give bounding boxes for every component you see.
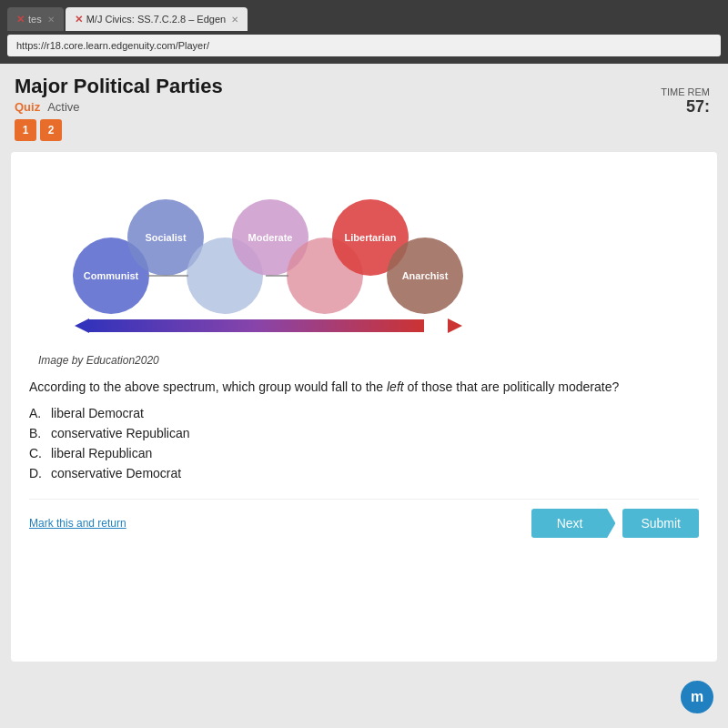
- question-part-1: According to the above spectrum, which g…: [29, 379, 387, 394]
- tab-2-label: M/J Civics: SS.7.C.2.8 – Edgen: [86, 14, 226, 25]
- svg-text:Socialist: Socialist: [145, 232, 187, 243]
- tab-2-close[interactable]: ✕: [231, 15, 238, 25]
- tab-1-close[interactable]: ✕: [47, 15, 55, 25]
- answer-letter-c: C.: [29, 446, 51, 460]
- close-icon-1: ✕: [16, 14, 25, 25]
- answer-letter-a: A.: [29, 406, 51, 420]
- answer-text-d: conservative Democrat: [51, 466, 181, 480]
- image-credit: Image by Education2020: [38, 354, 690, 367]
- question-text: According to the above spectrum, which g…: [29, 378, 699, 397]
- timer-value: 57:: [661, 97, 710, 116]
- submit-button[interactable]: Submit: [622, 509, 699, 538]
- timer-label: TIME REM: [661, 86, 710, 97]
- footer-buttons: Next Submit: [531, 509, 699, 538]
- close-icon-2: ✕: [75, 14, 83, 25]
- svg-marker-14: [75, 318, 89, 333]
- answer-text-a: liberal Democrat: [51, 406, 144, 420]
- answer-d[interactable]: D. conservative Democrat: [29, 466, 699, 480]
- answer-letter-b: B.: [29, 426, 51, 440]
- answer-text-b: conservative Republican: [51, 426, 190, 440]
- tab-2[interactable]: ✕ M/J Civics: SS.7.C.2.8 – Edgen ✕: [66, 7, 248, 31]
- answer-a[interactable]: A. liberal Democrat: [29, 406, 699, 420]
- page-header: Major Political Parties Quiz Active 1 2 …: [0, 64, 728, 147]
- page-title: Major Political Parties: [15, 75, 223, 98]
- tab-1-label: tes: [28, 14, 42, 25]
- svg-rect-15: [87, 319, 424, 332]
- answer-text-c: liberal Republican: [51, 446, 152, 460]
- mark-return-link[interactable]: Mark this and return: [29, 517, 126, 530]
- url-text: https://r18.core.learn.edgenuity.com/Pla…: [16, 40, 209, 51]
- timer-area: TIME REM 57:: [661, 86, 710, 116]
- question-nav: 1 2: [15, 119, 223, 141]
- answer-letter-d: D.: [29, 466, 51, 480]
- svg-text:Communist: Communist: [84, 270, 139, 281]
- question-part-2: of those that are politically moderate?: [404, 379, 620, 394]
- active-label: Active: [47, 100, 79, 114]
- page-content: Major Political Parties Quiz Active 1 2 …: [0, 64, 728, 728]
- svg-text:Anarchist: Anarchist: [402, 270, 449, 281]
- quiz-footer: Mark this and return Next Submit: [29, 499, 699, 538]
- question-num-2[interactable]: 2: [40, 119, 62, 141]
- quiz-card: Communist Socialist Moderate Libertarian: [11, 152, 717, 662]
- address-bar[interactable]: https://r18.core.learn.edgenuity.com/Pla…: [7, 35, 721, 56]
- question-emphasis: left: [387, 379, 404, 394]
- tab-1[interactable]: ✕ tes ✕: [7, 7, 64, 31]
- next-button[interactable]: Next: [531, 509, 616, 538]
- svg-marker-16: [448, 318, 462, 333]
- answer-b[interactable]: B. conservative Republican: [29, 426, 699, 440]
- question-num-1[interactable]: 1: [15, 119, 36, 141]
- tab-bar: ✕ tes ✕ ✕ M/J Civics: SS.7.C.2.8 – Edgen…: [0, 0, 728, 31]
- spectrum-container: Communist Socialist Moderate Libertarian: [29, 167, 699, 349]
- browser-chrome: ✕ tes ✕ ✕ M/J Civics: SS.7.C.2.8 – Edgen…: [0, 0, 728, 64]
- edgenuity-logo: m: [681, 681, 713, 713]
- svg-text:Moderate: Moderate: [248, 232, 293, 243]
- quiz-label: Quiz: [15, 100, 40, 114]
- answer-c[interactable]: C. liberal Republican: [29, 446, 699, 460]
- quiz-status: Quiz Active: [15, 100, 223, 114]
- svg-text:Libertarian: Libertarian: [345, 232, 397, 243]
- spectrum-svg: Communist Socialist Moderate Libertarian: [47, 176, 484, 349]
